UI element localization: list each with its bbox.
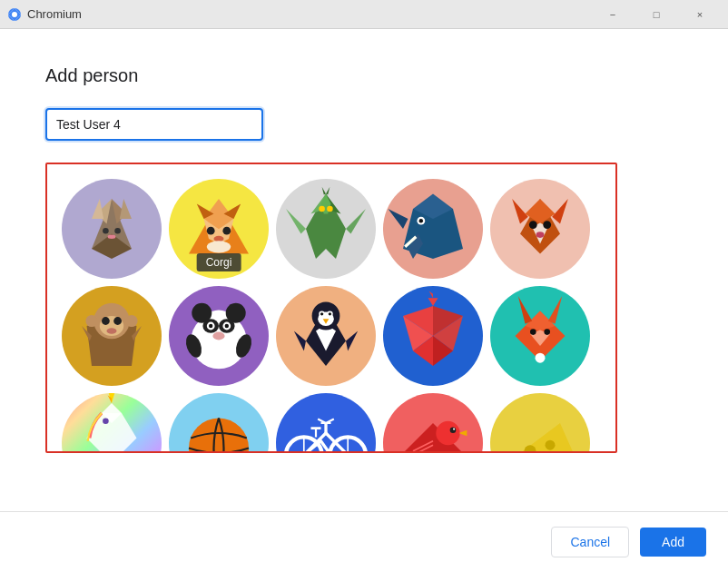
avatar-cheese[interactable] (490, 393, 590, 451)
maximize-button[interactable]: □ (635, 0, 677, 29)
svg-marker-23 (286, 209, 306, 234)
svg-marker-28 (322, 187, 326, 195)
svg-point-54 (125, 315, 137, 327)
svg-point-53 (85, 315, 97, 327)
chromium-icon (7, 7, 22, 22)
svg-marker-88 (428, 298, 438, 306)
svg-point-107 (189, 419, 249, 452)
avatar-cat[interactable] (62, 179, 162, 279)
svg-point-35 (419, 219, 423, 222)
svg-point-128 (436, 421, 459, 445)
svg-point-96 (544, 329, 550, 335)
svg-point-8 (103, 228, 109, 234)
svg-marker-114 (304, 433, 348, 451)
avatar-rabbit[interactable] (490, 286, 590, 386)
corgi-tooltip: Corgi (197, 253, 241, 271)
add-button[interactable]: Add (640, 528, 706, 557)
avatar-bike[interactable] (276, 393, 376, 451)
name-input[interactable] (45, 108, 263, 141)
avatar-penguin[interactable] (276, 286, 376, 386)
svg-point-52 (107, 328, 117, 334)
avatar-monkey[interactable] (62, 286, 162, 386)
avatar-dragon[interactable] (276, 179, 376, 279)
svg-marker-29 (326, 187, 330, 195)
titlebar: Chromium − □ × (0, 0, 728, 29)
minimize-button[interactable]: − (592, 0, 634, 29)
avatar-grid-container: Corgi (45, 163, 617, 453)
titlebar-title: Chromium (27, 7, 592, 21)
svg-point-19 (207, 241, 231, 252)
svg-point-43 (543, 221, 551, 229)
avatar-basketball[interactable] (169, 393, 269, 451)
svg-point-78 (329, 312, 331, 315)
avatar-unicorn[interactable] (62, 393, 162, 451)
svg-point-106 (103, 419, 109, 425)
svg-point-95 (530, 329, 536, 335)
svg-marker-39 (512, 199, 528, 224)
avatar-bird[interactable] (383, 393, 483, 451)
svg-point-51 (113, 317, 122, 325)
svg-point-50 (102, 317, 110, 325)
svg-point-63 (209, 324, 212, 328)
svg-marker-89 (429, 291, 433, 299)
avatar-crane[interactable] (383, 286, 483, 386)
titlebar-controls: − □ × (592, 0, 721, 29)
svg-marker-32 (389, 209, 408, 229)
svg-point-64 (225, 324, 229, 328)
svg-point-1 (12, 12, 17, 17)
cancel-button[interactable]: Cancel (551, 527, 629, 557)
svg-marker-134 (500, 423, 580, 451)
avatar-panda[interactable] (169, 286, 269, 386)
svg-point-77 (320, 312, 323, 315)
svg-marker-24 (346, 209, 366, 234)
svg-marker-40 (552, 199, 568, 224)
svg-point-68 (201, 350, 237, 366)
svg-point-15 (222, 227, 231, 235)
svg-marker-81 (346, 331, 358, 351)
avatar-grid: Corgi (47, 164, 615, 451)
page-title: Add person (45, 65, 683, 86)
svg-marker-93 (548, 296, 562, 324)
main-content: Add person (0, 29, 728, 511)
svg-point-9 (114, 228, 121, 234)
svg-point-97 (536, 353, 546, 363)
svg-point-129 (450, 427, 457, 433)
svg-point-27 (327, 206, 333, 212)
svg-marker-92 (518, 296, 532, 324)
bottom-bar: Cancel Add (0, 511, 728, 572)
svg-point-26 (319, 206, 325, 212)
svg-point-65 (212, 332, 224, 340)
name-input-container (45, 108, 683, 141)
svg-point-42 (529, 221, 537, 229)
avatar-corgi[interactable]: Corgi (169, 179, 269, 279)
svg-point-130 (453, 429, 455, 430)
svg-point-14 (207, 227, 215, 235)
svg-marker-80 (294, 331, 306, 351)
close-button[interactable]: × (679, 0, 721, 29)
avatar-fox[interactable] (490, 179, 590, 279)
avatar-grid-scroll[interactable]: Corgi (47, 164, 615, 451)
svg-marker-131 (459, 430, 467, 437)
avatar-elephant[interactable] (383, 179, 483, 279)
svg-point-137 (546, 440, 556, 450)
svg-point-44 (536, 232, 545, 238)
svg-point-10 (108, 235, 116, 239)
